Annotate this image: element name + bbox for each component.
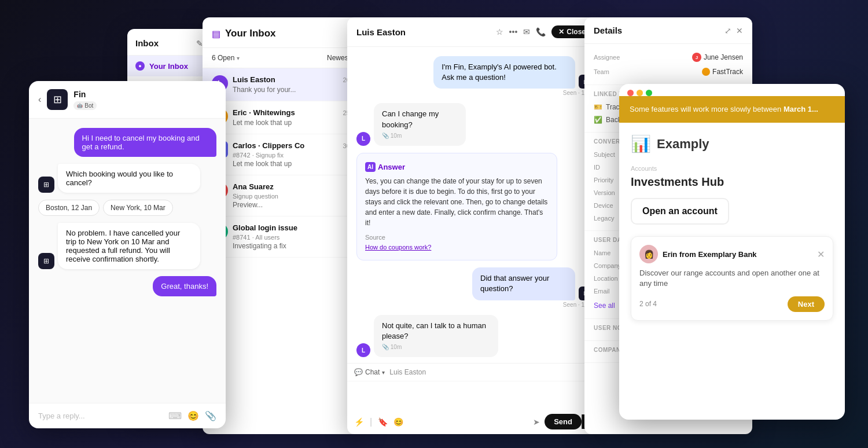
legacy-label: Legacy: [594, 215, 614, 222]
conversation-item-ana[interactable]: A Ana Suarez 1h Signup question Preview.…: [203, 175, 365, 216]
close-details-icon[interactable]: ✕: [736, 26, 743, 35]
open-filter[interactable]: 6 Open ▾: [212, 54, 240, 62]
bank-next-button[interactable]: Next: [788, 296, 825, 312]
bank-logo-row: 📊 Examply: [631, 134, 833, 153]
user-name-label: Name: [594, 249, 610, 256]
conv-preview-luis: Thank you for your...: [233, 86, 355, 94]
details-team-row: Team FastTrack: [594, 65, 743, 79]
assignee-avatar: J: [692, 53, 701, 62]
conv-sub-ana: Signup question: [233, 193, 355, 200]
bank-pagination: 2 of 4: [639, 300, 657, 308]
email-icon[interactable]: ✉: [523, 27, 530, 36]
bank-panel: Some features will work more slowly betw…: [619, 84, 845, 420]
chat-header: Luis Easton ☆ ••• ✉ 📞 ✕ Close: [347, 17, 602, 47]
chat-header-actions: ☆ ••• ✉ 📞 ✕ Close: [496, 25, 593, 38]
answer-link[interactable]: How do coupons work?: [365, 244, 431, 251]
fin-msg-bot-1: Which booking would you like to cancel?: [58, 164, 200, 193]
attach-icon[interactable]: 📎: [205, 410, 216, 421]
fin-msg-bot-row-1: ⊞ Which booking would you like to cancel…: [38, 164, 216, 193]
quick-reply-newyork[interactable]: New York, 10 Mar: [103, 200, 173, 216]
msg-bubble-answer: Did that answer your question?: [472, 267, 575, 300]
msg-avatar-luis-2: L: [356, 343, 370, 357]
ticket-icon-2: ✅: [594, 116, 602, 124]
version-label: Version: [594, 189, 615, 196]
conversation-item-luis[interactable]: L Luis Easton 20m Thank you for your...: [203, 68, 365, 101]
fin-logo-icon: ⊞: [53, 93, 62, 106]
conv-name-luis: Luis Easton: [233, 75, 275, 84]
user-company-label: Company: [594, 262, 621, 269]
back-button[interactable]: ‹: [38, 94, 41, 105]
msg-row-booking: L Can I change my booking? 📎 10m: [356, 103, 480, 145]
bank-chat-close-icon[interactable]: ✕: [817, 249, 825, 260]
fin-header: ‹ ⊞ Fin 🤖 Bot: [29, 81, 226, 119]
chat-input-area: 💬 Chat ▾ Luis Easton ⚡ | 🔖 😊 ➤ Send: [347, 363, 602, 434]
conv-name-global: Global login issue: [233, 223, 297, 232]
chat-toolbar: ⚡ | 🔖 😊 ➤ Send ▾: [347, 409, 602, 434]
bank-chat-footer: 2 of 4 Next: [639, 296, 825, 312]
expand-icon[interactable]: ⤢: [724, 26, 731, 35]
msg-row-notquite: L Not quite, can I talk to a human pleas…: [356, 315, 523, 357]
answer-source: Source How do coupons work?: [365, 233, 549, 252]
accounts-label: Accounts: [631, 165, 833, 172]
conversation-item-eric[interactable]: E Eric · Whitewings 25m Let me look that…: [203, 101, 365, 134]
fin-quick-replies: Boston, 12 Jan New York, 10 Mar: [38, 200, 173, 216]
fin-name: Fin: [73, 90, 216, 99]
fin-input-placeholder[interactable]: Type a reply...: [38, 412, 85, 420]
fin-bot-panel: ‹ ⊞ Fin 🤖 Bot Hi I need to cancel my boo…: [29, 81, 226, 428]
msg-time-booking: 📎 10m: [382, 132, 458, 140]
send-button[interactable]: Send: [545, 414, 582, 429]
bank-chat-message: Discover our range accounts and open ano…: [639, 268, 825, 289]
bank-chat-card: 👩 Erin from Exemplary Bank ✕ Discover ou…: [631, 236, 833, 320]
more-icon[interactable]: •••: [509, 27, 518, 36]
investments-value: Investments Hub: [631, 175, 833, 189]
send-arrow-icon[interactable]: ➤: [533, 417, 540, 427]
msg-row-answer: Did that answer your question? ⊞: [455, 267, 593, 300]
star-icon[interactable]: ☆: [496, 27, 503, 36]
your-inbox-title: Your Inbox: [225, 28, 276, 39]
close-x-icon: ✕: [558, 28, 564, 36]
sidebar-inbox-label: Your Inbox: [149, 62, 188, 71]
conv-preview-carlos: Let me look that up: [233, 160, 355, 168]
emoji-chat-icon[interactable]: 😊: [393, 417, 403, 427]
bookmark-icon[interactable]: 🔖: [378, 417, 388, 427]
bank-notice: Some features will work more slowly betw…: [619, 96, 845, 123]
team-dot-icon: [702, 68, 710, 76]
ticket-icon-1: 🎫: [594, 103, 602, 111]
seen-answer: Seen · 10m: [455, 302, 593, 308]
phone-icon[interactable]: 📞: [536, 27, 546, 36]
quick-reply-boston[interactable]: Boston, 12 Jan: [38, 200, 100, 216]
fin-footer: Type a reply... ⌨ 😊 📎: [29, 403, 226, 428]
bank-chat-user: 👩 Erin from Exemplary Bank: [639, 245, 757, 263]
open-chevron-icon: ▾: [237, 55, 240, 61]
conv-sub-carlos: #8742 · Signup fix: [233, 152, 355, 159]
keyboard-icon[interactable]: ⌨: [168, 410, 182, 421]
bank-logo-icon: 📊: [631, 134, 651, 153]
conv-preview-ana: Preview...: [233, 201, 355, 209]
conversation-item-carlos[interactable]: ⊞ Carlos · Clippers Co 30m #8742 · Signu…: [203, 134, 365, 175]
see-all-link[interactable]: See all: [594, 302, 615, 310]
details-assignee-row: Assignee J June Jensen: [594, 50, 743, 65]
answer-text: Yes, you can change the date of your sta…: [365, 176, 549, 228]
mac-dot-green[interactable]: [646, 90, 652, 96]
lightning-icon[interactable]: ⚡: [354, 417, 364, 427]
chat-type-label[interactable]: 💬 Chat ▾: [354, 368, 385, 376]
chat-input-bar: 💬 Chat ▾ Luis Easton: [347, 363, 602, 381]
inbox-panel-icon: ▤: [212, 28, 220, 39]
bank-chat-header: 👩 Erin from Exemplary Bank ✕: [639, 245, 825, 263]
user-location-label: Location: [594, 275, 618, 282]
conversation-item-global[interactable]: G Global login issue 2h #8741 · All user…: [203, 216, 365, 258]
emoji-icon[interactable]: 😊: [187, 410, 199, 421]
divider-1: |: [370, 417, 372, 427]
mac-dot-red[interactable]: [627, 90, 634, 96]
msg-bot-answer: Did that answer your question? ⊞ Seen · …: [455, 267, 593, 307]
inbox-dot-icon: ●: [135, 61, 145, 71]
mac-dot-yellow[interactable]: [637, 90, 643, 96]
bank-chat-name: Erin from Exemplary Bank: [663, 250, 757, 259]
bank-content: 📊 Examply Accounts Investments Hub Open …: [619, 123, 845, 329]
open-account-button[interactable]: Open an account: [631, 198, 729, 225]
your-inbox-panel: ▤ Your Inbox 6 Open ▾ Newest ▾ L Luis Ea…: [203, 17, 365, 434]
bank-notice-text: Some features will work more slowly betw…: [630, 104, 818, 115]
msg-bot-intro: I'm Fin, Examply's AI powered bot. Ask m…: [404, 56, 593, 96]
chat-input-field[interactable]: [347, 381, 602, 409]
msg-time-notquite: 📎 10m: [382, 343, 490, 351]
